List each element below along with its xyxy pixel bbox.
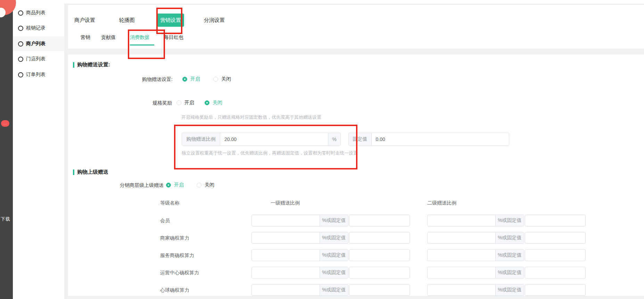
gift-ratio-input-group: 购物赠送比例 % bbox=[182, 133, 341, 146]
subtab-consumption-data[interactable]: 消费数据 bbox=[130, 34, 149, 41]
ratio-addon: %或固定值 bbox=[495, 267, 524, 278]
level2-extra-input[interactable] bbox=[525, 215, 585, 226]
level1-extra-input-box bbox=[349, 284, 410, 296]
tab-carousel[interactable]: 轮播图 bbox=[119, 17, 135, 24]
level2-ratio-group: %或固定值 bbox=[427, 249, 524, 261]
sidebar-item-store-list[interactable]: 门店列表 bbox=[13, 52, 64, 66]
radio-off[interactable]: 关闭 bbox=[213, 76, 231, 82]
level1-extra-input[interactable] bbox=[349, 250, 410, 261]
level1-extra-input-box bbox=[349, 232, 410, 244]
radio-dot-unselected bbox=[213, 77, 218, 82]
sidebar-item-label: 核销记录 bbox=[26, 25, 46, 31]
level1-ratio-group: %或固定值 bbox=[251, 232, 348, 244]
tab-marketing-settings[interactable]: 营销设置 bbox=[157, 14, 184, 27]
dark-rail bbox=[0, 0, 13, 299]
level2-ratio-group: %或固定值 bbox=[427, 267, 524, 279]
subtab-active-underline bbox=[130, 44, 154, 45]
table-header-level-name: 等级名称 bbox=[160, 200, 180, 206]
level1-ratio-group: %或固定值 bbox=[251, 249, 348, 261]
radio-label: 关闭 bbox=[213, 100, 222, 106]
gift-switch-label: 购物赠送设置: bbox=[117, 76, 173, 83]
subtab-contribution[interactable]: 贡献值 bbox=[101, 34, 116, 41]
radio-dot-selected bbox=[182, 77, 187, 82]
section-title-upper-gift: 购物上级赠送 bbox=[73, 169, 108, 175]
tabs-card bbox=[68, 5, 644, 49]
radio-on[interactable]: 开启 bbox=[182, 76, 200, 82]
sidebar-item-order-list[interactable]: 订单列表 bbox=[13, 67, 64, 82]
spec-reward-radios: 开启 关闭 bbox=[176, 100, 222, 106]
fixed-value-addon-label: 固定值 bbox=[349, 133, 372, 146]
section-title-text: 购物上级赠送 bbox=[77, 169, 108, 175]
sidebar-item-goods-list[interactable]: 商品列表 bbox=[13, 6, 64, 20]
level2-ratio-input[interactable] bbox=[428, 250, 495, 261]
distributor-upper-gift-label: 分销商层级上级赠送 bbox=[104, 182, 164, 189]
more-bubble-icon[interactable]: ... bbox=[1, 120, 9, 127]
radio-dot-selected bbox=[166, 183, 171, 188]
section-bar-icon bbox=[73, 62, 74, 68]
level2-extra-input[interactable] bbox=[525, 232, 585, 243]
subtab-daily-redpacket[interactable]: 每日红包 bbox=[164, 34, 183, 41]
section-bar-icon bbox=[73, 169, 74, 175]
sidebar-item-label: 订单列表 bbox=[26, 72, 46, 78]
radio-label: 开启 bbox=[174, 182, 184, 188]
radio-on[interactable]: 开启 bbox=[176, 100, 194, 106]
sidebar-item-verify-records[interactable]: 核销记录 bbox=[13, 21, 64, 35]
level-row-label: 心球确权算力 bbox=[160, 287, 189, 293]
gift-ratio-input[interactable] bbox=[220, 133, 324, 146]
radio-off[interactable]: 关闭 bbox=[197, 182, 214, 188]
level1-extra-input[interactable] bbox=[349, 267, 410, 278]
spec-reward-hint: 开启规格奖励后，只赠送规格对应固定数值，优先度高于其他赠送设置 bbox=[181, 114, 321, 121]
level1-extra-input-box bbox=[349, 215, 410, 226]
level1-ratio-input[interactable] bbox=[252, 267, 320, 278]
sidebar-item-label: 商户列表 bbox=[26, 41, 46, 47]
level-row-label: 服务商确权算力 bbox=[160, 252, 194, 259]
ratio-addon: %或固定值 bbox=[495, 250, 524, 261]
radio-off[interactable]: 关闭 bbox=[205, 100, 222, 106]
level2-extra-input-box bbox=[525, 267, 586, 279]
level1-extra-input[interactable] bbox=[349, 215, 410, 226]
level1-extra-input-box bbox=[349, 267, 410, 279]
level2-extra-input[interactable] bbox=[525, 250, 585, 261]
level2-ratio-input[interactable] bbox=[428, 284, 495, 296]
tab-profit-settings[interactable]: 分润设置 bbox=[204, 17, 225, 24]
level2-extra-input[interactable] bbox=[525, 284, 585, 296]
table-header-level2-ratio: 二级赠送比例 bbox=[427, 200, 456, 206]
gift-ratio-addon-label: 购物赠送比例 bbox=[182, 133, 220, 146]
section-title-text: 购物赠送设置: bbox=[77, 61, 110, 68]
radio-label: 开启 bbox=[184, 100, 194, 106]
radio-dot-selected bbox=[205, 100, 209, 105]
sidebar-item-merchant-list[interactable]: 商户列表 bbox=[13, 36, 64, 51]
table-header-level1-ratio: 一级赠送比例 bbox=[271, 200, 300, 206]
level2-extra-input[interactable] bbox=[525, 267, 585, 278]
ratio-addon: %或固定值 bbox=[495, 284, 524, 296]
fixed-value-input[interactable] bbox=[372, 133, 509, 146]
level2-ratio-input[interactable] bbox=[428, 215, 495, 226]
level2-ratio-group: %或固定值 bbox=[427, 232, 524, 244]
radio-on[interactable]: 开启 bbox=[166, 182, 184, 188]
level2-ratio-input[interactable] bbox=[428, 232, 495, 243]
level1-ratio-input[interactable] bbox=[252, 215, 320, 226]
level1-ratio-group: %或固定值 bbox=[251, 284, 348, 296]
ratio-addon: %或固定值 bbox=[320, 215, 348, 226]
circle-icon bbox=[18, 26, 23, 31]
level1-ratio-input[interactable] bbox=[252, 232, 320, 243]
level1-ratio-group: %或固定值 bbox=[251, 267, 348, 279]
level-row-label: 商家确权算力 bbox=[160, 235, 189, 241]
spec-reward-label: 规格奖励 bbox=[130, 100, 172, 106]
level2-ratio-group: %或固定值 bbox=[427, 284, 524, 296]
download-tag[interactable]: 下载 bbox=[1, 216, 10, 222]
level1-extra-input[interactable] bbox=[349, 232, 410, 243]
ratio-addon: %或固定值 bbox=[320, 232, 348, 243]
weight-hint: 独立设置权重高于统一设置，优先赠送比例，再赠送固定值，设置都为零时时走统一设置 bbox=[182, 150, 358, 156]
gift-switch-radios: 开启 关闭 bbox=[182, 76, 231, 82]
level2-ratio-input[interactable] bbox=[428, 267, 495, 278]
level1-ratio-group: %或固定值 bbox=[251, 215, 348, 226]
level1-extra-input[interactable] bbox=[349, 284, 410, 296]
top-header-strip bbox=[13, 0, 644, 4]
level1-ratio-input[interactable] bbox=[252, 250, 320, 261]
circle-icon bbox=[18, 10, 23, 16]
tab-merchant-settings[interactable]: 商户设置 bbox=[74, 17, 95, 24]
radio-label: 开启 bbox=[190, 76, 200, 82]
subtab-marketing[interactable]: 营销 bbox=[81, 34, 90, 41]
level1-ratio-input[interactable] bbox=[252, 284, 320, 296]
